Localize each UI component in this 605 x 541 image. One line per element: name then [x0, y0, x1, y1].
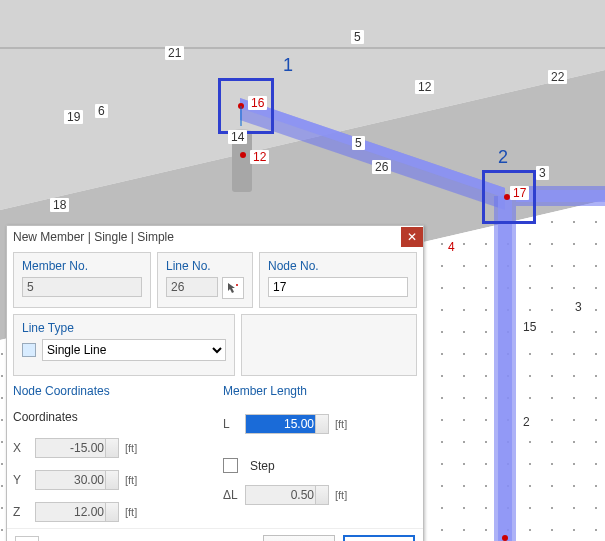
node-label: 22	[548, 70, 567, 84]
dialog-title: New Member | Single | Simple	[13, 230, 174, 244]
label-node-no: Node No.	[268, 259, 408, 273]
node-number: 12	[250, 150, 269, 164]
node-label: 12	[415, 80, 434, 94]
length-row: L 15.00 [ft]	[223, 414, 417, 434]
node-label: 21	[165, 46, 184, 60]
line-type-swatch	[22, 343, 36, 357]
node-number: 4	[445, 240, 458, 254]
close-button[interactable]: ✕	[401, 227, 423, 247]
length-input[interactable]: 15.00	[245, 414, 329, 434]
label-step: Step	[250, 459, 275, 473]
coord-z-row: Z 12.00 [ft]	[13, 502, 217, 522]
label-member-length: Member Length	[223, 384, 417, 398]
label-dL: ΔL	[223, 488, 239, 502]
node-number: 17	[510, 186, 529, 200]
node-label: 5	[352, 136, 365, 150]
member-no-input[interactable]	[22, 277, 142, 297]
coord-y-row: Y 30.00 [ft]	[13, 470, 217, 490]
cancel-button[interactable]: Cancel	[263, 535, 335, 541]
unit-ft: [ft]	[335, 489, 347, 501]
line-no-input[interactable]	[166, 277, 218, 297]
delta-l-row: ΔL 0.50 [ft]	[223, 485, 417, 505]
pick-line-button[interactable]	[222, 277, 244, 299]
new-member-dialog: New Member | Single | Simple ✕ Member No…	[6, 225, 424, 541]
label-coords: Coordinates	[13, 410, 217, 424]
dialog-titlebar[interactable]: New Member | Single | Simple ✕	[7, 226, 423, 248]
line-type-select[interactable]: Single Line	[42, 339, 226, 361]
node-label: 26	[372, 160, 391, 174]
coord-x-row: X -15.00 [ft]	[13, 438, 217, 458]
group-line-type: Line Type Single Line	[13, 314, 235, 376]
selection-label-2: 2	[495, 150, 511, 164]
display-settings-button[interactable]	[15, 536, 39, 541]
node-label: 14	[228, 130, 247, 144]
node-number: 16	[248, 96, 267, 110]
selection-label-1: 1	[280, 58, 296, 72]
group-node-no: Node No.	[259, 252, 417, 308]
close-icon: ✕	[407, 230, 417, 244]
coord-y-input[interactable]: 30.00	[35, 470, 119, 490]
apply-button[interactable]: Apply	[343, 535, 415, 541]
node-label: 2	[520, 415, 533, 429]
svg-point-19	[236, 284, 238, 286]
label-z: Z	[13, 505, 29, 519]
unit-ft: [ft]	[125, 442, 137, 454]
node-label: 19	[64, 110, 83, 124]
coord-z-input[interactable]: 12.00	[35, 502, 119, 522]
delta-l-input[interactable]: 0.50	[245, 485, 329, 505]
node-label: 3	[572, 300, 585, 314]
node-label: 15	[520, 320, 539, 334]
group-member-no: Member No.	[13, 252, 151, 308]
cursor-pick-icon	[227, 282, 239, 294]
label-y: Y	[13, 473, 29, 487]
node-no-input[interactable]	[268, 277, 408, 297]
label-x: X	[13, 441, 29, 455]
step-checkbox[interactable]	[223, 458, 238, 473]
coord-x-input[interactable]: -15.00	[35, 438, 119, 458]
node-label: 6	[95, 104, 108, 118]
label-member-no: Member No.	[22, 259, 142, 273]
group-line-no: Line No.	[157, 252, 253, 308]
svg-point-17	[502, 535, 508, 541]
label-node-coords: Node Coordinates	[13, 384, 217, 398]
node-label: 18	[50, 198, 69, 212]
group-blank	[241, 314, 417, 376]
label-line-no: Line No.	[166, 259, 244, 273]
label-line-type: Line Type	[22, 321, 226, 335]
node-label: 5	[351, 30, 364, 44]
unit-ft: [ft]	[125, 474, 137, 486]
node-label: 3	[536, 166, 549, 180]
unit-ft: [ft]	[125, 506, 137, 518]
label-L: L	[223, 417, 239, 431]
unit-ft: [ft]	[335, 418, 347, 430]
svg-point-15	[240, 152, 246, 158]
step-row: Step	[223, 458, 417, 473]
svg-rect-11	[498, 196, 512, 541]
